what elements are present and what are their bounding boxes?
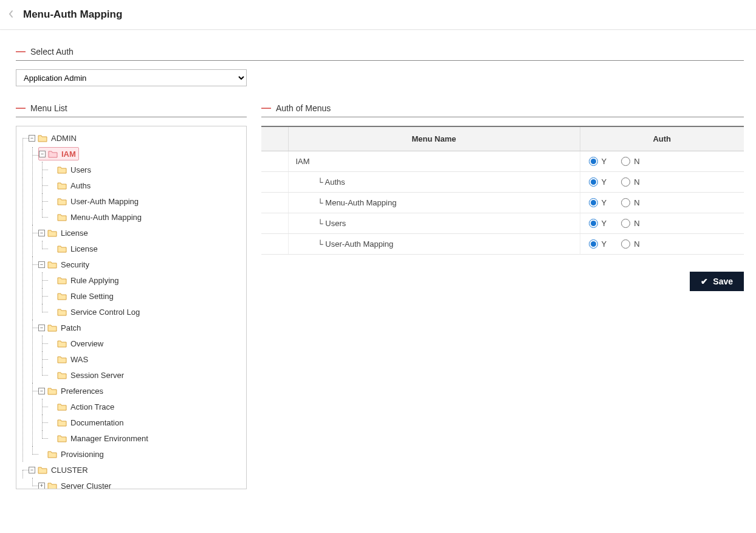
tree-leaf-marker [48,293,55,300]
collapse-icon[interactable]: − [29,467,35,473]
tree-node-label: ADMIN [51,134,77,143]
auth-radio-n[interactable]: N [621,239,639,249]
collapse-icon[interactable]: − [29,135,35,142]
folder-icon [57,356,67,363]
tree-node[interactable]: User-Auth Mapping [48,193,244,209]
auth-radio-input[interactable] [621,239,630,249]
table-row: IAMYN [261,151,744,172]
tree-node[interactable]: −CLUSTER [29,462,244,478]
collapse-icon[interactable]: − [38,388,45,394]
auth-radio-input[interactable] [589,157,598,166]
auth-radio-n[interactable]: N [621,157,639,166]
section-marker-icon: — [261,103,271,113]
auth-radio-n[interactable]: N [621,198,639,207]
tree-node-label: Server Cluster [61,481,111,490]
tree-node[interactable]: WAS [48,351,244,367]
auth-radio-input[interactable] [589,177,598,187]
auth-radio-n[interactable]: N [621,219,639,228]
tree-node-label: License [70,244,98,253]
radio-label: N [634,239,639,249]
tree-node[interactable]: License [48,241,244,256]
tree-node[interactable]: −Patch [38,320,244,335]
folder-icon [47,450,57,458]
tree-node[interactable]: −ADMIN [29,130,244,146]
back-button[interactable] [5,10,17,20]
auth-radio-input[interactable] [589,198,598,207]
auth-radio-y[interactable]: Y [589,219,607,228]
folder-icon [38,466,47,474]
folder-icon [57,435,67,442]
tree-node-label: Security [61,260,89,269]
auth-radio-input[interactable] [589,219,598,228]
auth-radio-y[interactable]: Y [589,177,607,187]
col-auth: Auth [580,126,744,151]
auth-cell: YN [580,213,744,234]
tree-node[interactable]: −IAM [38,147,79,160]
menu-tree[interactable]: −ADMIN−IAMUsersAuthsUser-Auth MappingMen… [16,126,247,489]
collapse-icon[interactable]: − [39,151,46,157]
table-row: └ AuthsYN [261,172,744,193]
tree-node-label: IAM [61,150,76,159]
collapse-icon[interactable]: − [38,261,45,268]
check-icon: ✔ [701,277,708,286]
tree-leaf-marker [48,167,55,173]
auth-radio-input[interactable] [621,219,630,228]
tree-node[interactable]: Session Server [48,367,244,383]
tree-leaf-marker [38,451,45,458]
auth-radio-y[interactable]: Y [589,198,607,207]
folder-icon [57,166,67,174]
auth-cell: YN [580,193,744,213]
expand-icon[interactable]: + [38,483,45,489]
tree-node[interactable]: Menu-Auth Mapping [48,209,244,225]
tree-node-label: Auths [70,181,91,190]
auth-radio-input[interactable] [589,239,598,249]
section-title: Auth of Menus [276,103,331,113]
tree-node[interactable]: Users [48,162,244,177]
tree-node[interactable]: Service Control Log [48,304,244,320]
tree-node-label: CLUSTER [51,466,88,475]
tree-node[interactable]: Overview [48,335,244,351]
tree-node-label: License [61,229,88,238]
tree-node[interactable]: Auths [48,177,244,193]
tree-node[interactable]: Action Trace [48,399,244,414]
folder-icon [57,213,67,221]
menu-name-cell: └ Auths [288,172,580,193]
tree-node[interactable]: Manager Environment [48,430,244,446]
auth-radio-n[interactable]: N [621,177,639,187]
tree-node-label: WAS [70,355,88,364]
auth-radio-input[interactable] [621,177,630,187]
auth-cell: YN [580,151,744,172]
tree-node[interactable]: Rule Setting [48,288,244,304]
radio-label: N [634,157,639,166]
tree-node-label: User-Auth Mapping [70,197,139,206]
tree-node-label: Rule Setting [70,292,114,301]
table-row: └ User-Auth MappingYN [261,234,744,255]
tree-node[interactable]: +Server Cluster [38,478,244,489]
section-select-auth: — Select Auth [16,47,744,61]
tree-node[interactable]: Documentation [48,414,244,430]
tree-node[interactable]: −Preferences [38,383,244,399]
folder-icon [57,340,67,348]
section-marker-icon: — [16,103,26,113]
save-button[interactable]: ✔ Save [690,272,744,291]
auth-radio-y[interactable]: Y [589,157,607,166]
radio-label: Y [602,239,607,249]
folder-icon [57,245,67,253]
auth-radio-input[interactable] [621,157,630,166]
tree-node-label: Rule Applying [70,276,119,285]
tree-node[interactable]: Provisioning [38,446,244,462]
tree-node[interactable]: −License [38,225,244,241]
auth-radio-input[interactable] [621,198,630,207]
folder-icon [47,324,57,332]
folder-icon [57,371,67,379]
auth-radio-y[interactable]: Y [589,239,607,249]
auth-select[interactable]: Application Admin [16,69,247,86]
tree-node[interactable]: Rule Applying [48,272,244,288]
collapse-icon[interactable]: − [38,230,45,236]
folder-icon [38,134,47,142]
section-title: Menu List [30,103,67,113]
tree-leaf-marker [48,340,55,347]
save-button-label: Save [713,277,733,286]
tree-node[interactable]: −Security [38,256,244,272]
collapse-icon[interactable]: − [38,325,45,331]
